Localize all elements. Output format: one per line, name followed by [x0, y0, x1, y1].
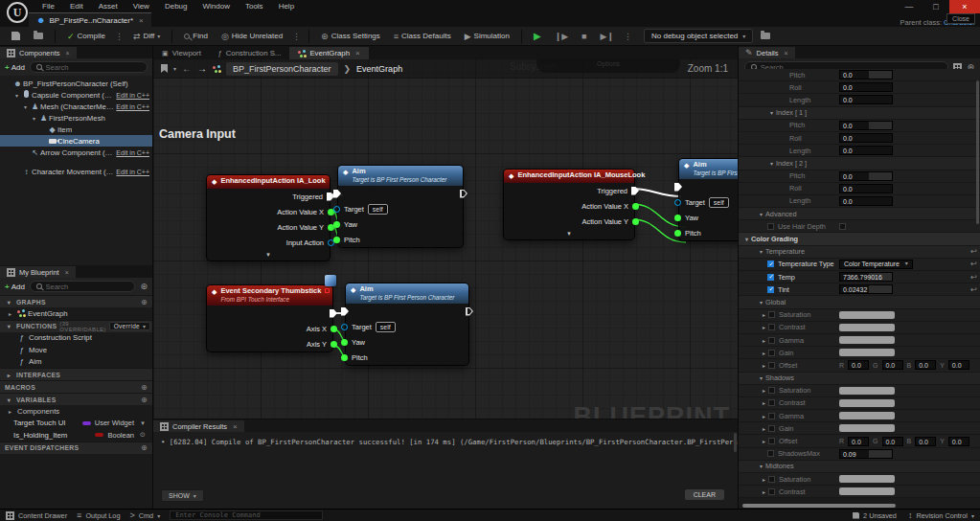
menu-help[interactable]: Help [271, 2, 302, 11]
my-blueprint-search[interactable] [30, 281, 136, 292]
channel-value-input[interactable]: 0.0 [848, 437, 869, 446]
menu-file[interactable]: File [34, 2, 62, 11]
property-value-input[interactable]: 0.0 [839, 184, 893, 193]
color-grading-slider[interactable] [839, 475, 895, 483]
property-value-input[interactable]: 0.0 [839, 146, 893, 155]
details-row-pitch[interactable]: Pitch 0.0 [739, 120, 980, 132]
details-row-gain[interactable]: ▸Gain [739, 347, 980, 359]
edit-in-cpp-link[interactable]: Edit in C++ [116, 92, 152, 99]
override-dropdown[interactable]: Override▾ [109, 322, 151, 330]
object-pin[interactable] [674, 199, 681, 206]
details-row-gamma[interactable]: ▸Gamma [739, 410, 980, 422]
class-settings-button[interactable]: ⊛ Class Settings [315, 30, 386, 43]
revision-control-button[interactable]: ↕ Revision Control ▾ [908, 510, 974, 520]
console-command-input[interactable] [175, 511, 317, 519]
details-row-gain[interactable]: ▸Gain [739, 422, 980, 435]
variable-category-components[interactable]: ▸Components [0, 405, 152, 418]
close-icon[interactable]: × [66, 50, 70, 57]
save-button[interactable] [6, 30, 26, 42]
details-row-temp[interactable]: Temp 7366.799016↩ [739, 271, 980, 283]
expander-icon[interactable]: ▾ [757, 463, 765, 469]
channel-value-input[interactable]: 0.0 [915, 360, 936, 370]
checkbox[interactable] [768, 399, 775, 406]
expander-icon[interactable]: ▸ [760, 399, 768, 406]
exec-pin[interactable] [466, 307, 473, 316]
expander-icon[interactable]: ▸ [760, 387, 768, 394]
checkbox[interactable] [768, 438, 775, 444]
node-aim-call-2[interactable]: ◆ Aim Target is BP First Person Characte… [345, 283, 469, 366]
property-value-input[interactable]: 0.09 [839, 449, 893, 459]
channel-value-input[interactable]: 0.0 [848, 360, 869, 370]
collapse-chevron-icon[interactable]: ▾ [207, 250, 330, 260]
color-grading-slider[interactable] [839, 487, 895, 495]
details-row-contrast[interactable]: ▸Contrast [739, 322, 980, 334]
data-pin[interactable] [333, 221, 340, 228]
checkbox[interactable] [768, 324, 775, 330]
node-header[interactable]: ◆ Event Secondary Thumbstick From BPI To… [207, 285, 332, 306]
frame-skip-button[interactable]: ❙▶ [549, 30, 574, 43]
asset-tab[interactable]: ☻ BP_FirstPe..nCharacter* × [29, 12, 151, 27]
breadcrumb-root[interactable]: BP_FirstPersonCharacter [226, 62, 338, 76]
section-variables[interactable]: ▾ VARIABLES ⊕ [0, 393, 152, 405]
scrollbar[interactable] [734, 433, 737, 452]
channel-value-input[interactable]: 0.0 [915, 437, 936, 446]
checkbox[interactable] [768, 362, 775, 369]
temperature-type-dropdown[interactable]: Color Temperature▾ [839, 260, 913, 269]
console-command-field[interactable] [170, 510, 323, 520]
property-value-input[interactable]: 0.0 [839, 133, 893, 143]
expander-icon[interactable]: ▸ [760, 324, 768, 330]
forward-arrow-icon[interactable]: → [197, 63, 207, 74]
function-item-construction-script[interactable]: ƒConstruction Script [0, 332, 152, 345]
expander-icon[interactable]: ▸ [6, 310, 14, 317]
property-value-input[interactable]: 0.0 [839, 171, 893, 181]
exec-pin[interactable] [330, 309, 337, 318]
close-icon[interactable]: × [784, 50, 787, 57]
checkbox[interactable] [839, 223, 846, 230]
play-options-icon[interactable]: ⋮ [622, 32, 634, 41]
back-arrow-icon[interactable]: ← [182, 63, 192, 74]
close-icon[interactable]: × [65, 269, 69, 276]
details-row-saturation[interactable]: ▸Saturation [739, 385, 980, 397]
details-row-pitch[interactable]: Pitch 0.0 [739, 69, 980, 81]
checkbox[interactable] [768, 413, 775, 419]
exec-pin[interactable] [341, 307, 349, 316]
details-row-roll[interactable]: Roll 0.0 [739, 183, 980, 195]
data-pin[interactable] [333, 237, 340, 243]
expander-icon[interactable]: ▾ [742, 236, 751, 242]
details-row-midtones[interactable]: ▾Midtones [739, 461, 980, 473]
checkbox[interactable] [767, 274, 774, 281]
expander-icon[interactable]: ▾ [767, 160, 776, 167]
expander-icon[interactable]: ▾ [757, 299, 765, 306]
add-blueprint-item-button[interactable]: +Add [5, 283, 25, 291]
details-row-offset[interactable]: ▸Offset R0.0G0.0B0.0Y0.0 [739, 359, 980, 372]
play-button[interactable]: ▶ [528, 29, 547, 43]
tab-details[interactable]: ✎ Details × [739, 47, 795, 58]
comment-label[interactable]: Camera Input [159, 127, 236, 141]
add-circle-icon[interactable]: ⊕ [141, 443, 148, 452]
component-row-character-movement-charmovecomp[interactable]: ↕ Character Movement (CharMoveComp) Edit… [0, 166, 152, 177]
tab-viewport[interactable]: ▣ Viewport [153, 47, 210, 59]
settings-gear-icon[interactable]: ⊛ [140, 282, 148, 291]
details-row-roll[interactable]: Roll 0.0 [739, 81, 980, 94]
eject-button[interactable]: ▶❙ [595, 30, 620, 43]
details-row-saturation[interactable]: ▸Saturation [739, 309, 980, 322]
data-pin[interactable] [330, 326, 337, 332]
details-row-index-2[interactable]: ▾Index [ 2 ] [739, 157, 980, 170]
section-macros[interactable]: MACROS ⊕ [0, 380, 152, 393]
property-value-input[interactable]: 7366.799016 [839, 272, 893, 282]
checkbox[interactable] [767, 450, 774, 457]
details-row-shadowsmax[interactable]: ShadowsMax 0.09 [739, 448, 980, 461]
component-row-cinecamera[interactable]: CineCamera [0, 135, 152, 147]
edit-in-cpp-link[interactable]: Edit in C++ [116, 149, 152, 156]
reset-to-default-icon[interactable]: ↩ [970, 273, 977, 282]
color-grading-slider[interactable] [839, 311, 895, 319]
hide-unrelated-button[interactable]: ◎ Hide Unrelated [216, 30, 288, 43]
components-search[interactable] [30, 61, 148, 73]
debug-browse-button[interactable] [755, 31, 776, 41]
color-grading-slider[interactable] [839, 412, 895, 419]
function-item-aim[interactable]: ƒAim [0, 356, 152, 369]
component-row-capsule-component-collisioncylinder[interactable]: ▾ Capsule Component (CollisionCylinder) … [0, 89, 152, 101]
compile-options-icon[interactable]: ⋮ [113, 32, 125, 41]
color-grading-slider[interactable] [839, 424, 895, 432]
add-circle-icon[interactable]: ⊕ [141, 298, 148, 306]
